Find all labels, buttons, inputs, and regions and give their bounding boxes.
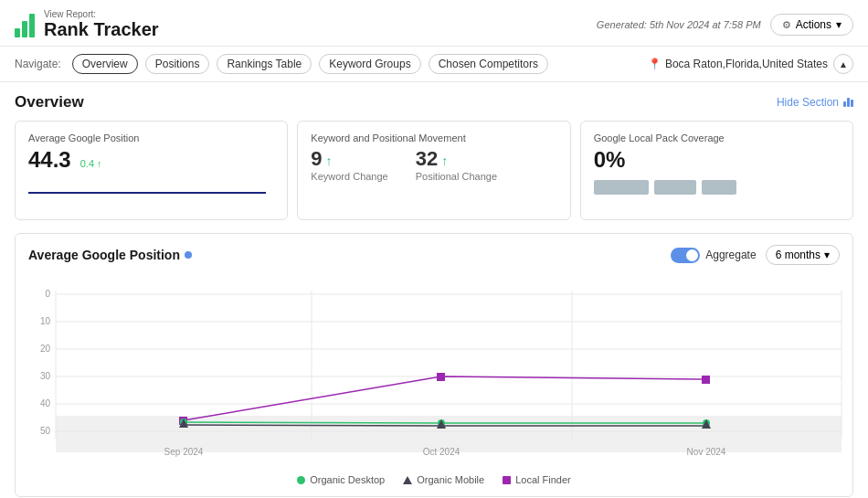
- view-report-label: View Report:: [44, 9, 159, 19]
- bar-chart-mini-icon: [843, 98, 853, 107]
- months-dropdown-button[interactable]: 6 months ▾: [766, 245, 840, 265]
- legend-local-finder: Local Finder: [503, 474, 571, 485]
- header-left: View Report: Rank Tracker: [15, 9, 159, 40]
- svg-text:10: 10: [40, 316, 51, 326]
- gpc-bar-3: [702, 180, 736, 195]
- generated-label: Generated: 5th Nov 2024 at 7:58 PM: [597, 19, 761, 30]
- keyword-change-label: Keyword Change: [311, 171, 387, 182]
- legend-organic-desktop-icon: [297, 476, 305, 484]
- chart-legend: Organic Desktop Organic Mobile Local Fin…: [28, 474, 840, 485]
- navigation-bar: Navigate: Overview Positions Rankings Ta…: [0, 47, 868, 82]
- toggle-switch[interactable]: [671, 248, 700, 263]
- stat-label-avg-position: Average Google Position: [28, 132, 274, 143]
- logo-icon: [15, 12, 35, 37]
- svg-text:20: 20: [40, 344, 51, 354]
- logo-bar-3: [29, 14, 35, 37]
- legend-organic-desktop-label: Organic Desktop: [310, 474, 385, 485]
- chart-title: Average Google Position: [28, 248, 192, 262]
- legend-local-finder-label: Local Finder: [515, 474, 571, 485]
- toggle-knob: [686, 249, 698, 261]
- logo-bar-1: [15, 28, 20, 37]
- positional-change-item: 32 ↑ Positional Change: [416, 147, 497, 182]
- positional-change-label: Positional Change: [416, 171, 497, 182]
- header-title: View Report: Rank Tracker: [44, 9, 159, 40]
- stat-card-avg-google-position: Average Google Position 44.3 0.4 ↑: [15, 121, 288, 220]
- chart-svg-wrap: 0 10 20 30 40 50 Sep 2024 Oct 2024 Nov 2…: [28, 274, 840, 469]
- stat-value-avg-position: 44.3: [28, 147, 71, 173]
- gear-icon: ⚙: [782, 19, 791, 31]
- header-right: Generated: 5th Nov 2024 at 7:58 PM ⚙ Act…: [597, 14, 853, 36]
- header: View Report: Rank Tracker Generated: 5th…: [0, 0, 868, 47]
- legend-local-finder-icon: [503, 476, 511, 484]
- keyword-change-item: 9 ↑ Keyword Change: [311, 147, 387, 182]
- nav-tab-overview[interactable]: Overview: [72, 54, 138, 74]
- avg-position-chart: Average Google Position Aggregate 6 mont…: [15, 233, 853, 497]
- stat-change-avg-position: 0.4 ↑: [80, 158, 102, 169]
- logo-bar-2: [22, 21, 27, 37]
- nav-right: 📍 Boca Raton,Florida,United States ▲: [648, 54, 853, 74]
- stats-row: Average Google Position 44.3 0.4 ↑ Keywo…: [15, 121, 853, 220]
- keyword-change-value: 9: [311, 147, 322, 171]
- chevron-up-icon: ▲: [839, 59, 848, 69]
- positional-change-arrow: ↑: [441, 154, 448, 168]
- position-chart-svg: 0 10 20 30 40 50 Sep 2024 Oct 2024 Nov 2…: [28, 274, 851, 466]
- legend-organic-desktop: Organic Desktop: [297, 474, 385, 485]
- location-badge: 📍 Boca Raton,Florida,United States: [648, 58, 828, 70]
- hide-section-button[interactable]: Hide Section: [777, 96, 853, 109]
- nav-tab-positions[interactable]: Positions: [145, 54, 210, 74]
- stat-value-local-pack: 0%: [594, 147, 626, 172]
- stat-card-keyword-movement: Keyword and Positional Movement 9 ↑ Keyw…: [297, 121, 570, 220]
- svg-text:30: 30: [40, 371, 51, 381]
- local-finder-dot-oct: [437, 373, 445, 381]
- nav-tab-rankings-table[interactable]: Rankings Table: [217, 54, 312, 74]
- chart-header: Average Google Position Aggregate 6 mont…: [28, 245, 840, 265]
- svg-text:50: 50: [40, 426, 51, 436]
- chevron-down-icon: ▾: [824, 249, 830, 261]
- legend-organic-mobile-icon: [403, 476, 412, 484]
- gpc-bars: [594, 180, 840, 195]
- svg-text:Nov 2024: Nov 2024: [687, 447, 726, 457]
- svg-text:Oct 2024: Oct 2024: [423, 447, 460, 457]
- aggregate-label: Aggregate: [705, 249, 756, 261]
- location-text: Boca Raton,Florida,United States: [665, 58, 828, 70]
- chart-controls: Aggregate 6 months ▾: [671, 245, 840, 265]
- avg-position-sparkline: [28, 180, 266, 206]
- nav-tab-keyword-groups[interactable]: Keyword Groups: [319, 54, 420, 74]
- nav-tab-chosen-competitors[interactable]: Chosen Competitors: [429, 54, 548, 74]
- overview-section: Overview Hide Section Average Google Pos…: [0, 82, 868, 498]
- positional-change-value: 32: [416, 147, 438, 171]
- gpc-bar-1: [594, 180, 649, 195]
- legend-organic-mobile: Organic Mobile: [403, 474, 484, 485]
- gpc-bar-2: [654, 180, 696, 195]
- hide-section-label: Hide Section: [777, 96, 839, 109]
- stat-label-local-pack: Google Local Pack Coverage: [594, 132, 840, 143]
- location-pin-icon: 📍: [648, 58, 662, 70]
- keyword-movement-values: 9 ↑ Keyword Change 32 ↑ Positional Chang…: [311, 147, 556, 182]
- info-dot-icon: [185, 251, 192, 259]
- overview-title: Overview: [15, 93, 84, 111]
- legend-organic-mobile-label: Organic Mobile: [417, 474, 484, 485]
- app-title: Rank Tracker: [44, 19, 159, 40]
- local-finder-dot-nov: [702, 376, 710, 384]
- svg-text:0: 0: [45, 289, 50, 299]
- aggregate-toggle[interactable]: Aggregate: [671, 248, 756, 263]
- stat-card-local-pack: Google Local Pack Coverage 0%: [580, 121, 853, 220]
- chevron-down-icon: ▾: [836, 18, 842, 31]
- nav-label: Navigate:: [15, 58, 61, 70]
- svg-text:40: 40: [40, 398, 51, 408]
- overview-header: Overview Hide Section: [15, 93, 853, 111]
- actions-button[interactable]: ⚙ Actions ▾: [770, 14, 853, 36]
- svg-text:Sep 2024: Sep 2024: [164, 447, 204, 457]
- location-chevron-up-button[interactable]: ▲: [833, 54, 853, 74]
- stat-label-keyword-movement: Keyword and Positional Movement: [311, 132, 556, 143]
- keyword-change-arrow: ↑: [326, 154, 333, 168]
